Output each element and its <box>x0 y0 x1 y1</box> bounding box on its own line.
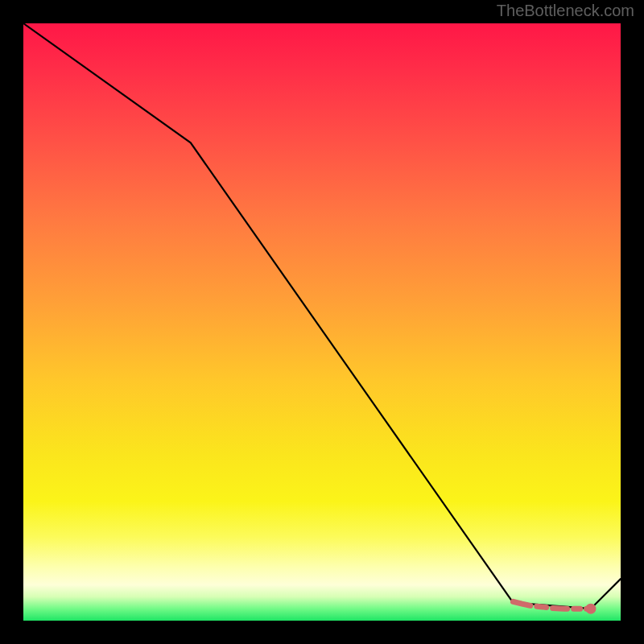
chart-frame: TheBottleneck.com <box>0 0 644 644</box>
watermark-text: TheBottleneck.com <box>497 2 634 20</box>
bottleneck-curve-line <box>23 23 621 609</box>
plot-area <box>23 23 621 621</box>
chart-svg <box>23 23 621 621</box>
curve-path <box>23 23 621 609</box>
marker-end-dot <box>585 604 596 614</box>
